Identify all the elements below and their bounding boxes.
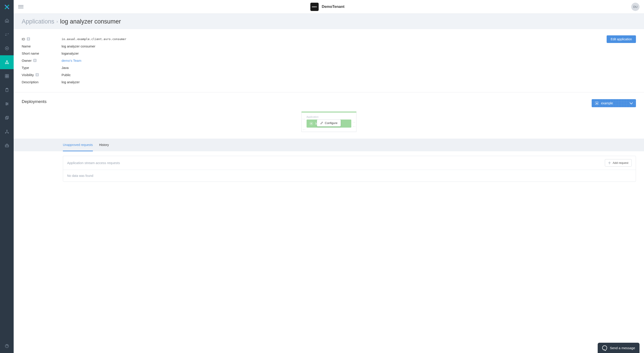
sidebar-item-clipboard[interactable] (0, 83, 14, 97)
arrow-icon: ←·· (302, 128, 306, 131)
value-visibility: Public (62, 73, 71, 77)
sidebar-item-dashboard[interactable] (0, 69, 14, 83)
value-id: io.axual.example.client.avro.consumer (62, 38, 126, 41)
tab-unapproved-requests[interactable]: Unapproved requests (63, 138, 93, 151)
info-icon[interactable] (33, 59, 36, 62)
arrow-icon: ←·· (352, 125, 355, 128)
tabs: Unapproved requests History (63, 138, 636, 151)
sidebar-help[interactable] (0, 339, 14, 353)
topbar: DEMO DemoTenant DU (14, 0, 644, 14)
svg-point-3 (5, 63, 6, 64)
tenant-name: DemoTenant (322, 4, 344, 9)
environment-selected: example (601, 102, 613, 105)
arrow-icon: ··→ (352, 121, 355, 123)
svg-point-21 (310, 123, 312, 124)
environment-icon (595, 102, 598, 105)
menu-toggle-icon[interactable] (18, 4, 24, 10)
svg-point-18 (8, 132, 8, 133)
sidebar-item-settings[interactable] (0, 97, 14, 111)
chevron-down-icon (630, 101, 633, 104)
svg-point-11 (6, 102, 6, 103)
edit-application-button[interactable]: Edit application (607, 35, 636, 43)
value-name: log analyzer consumer (62, 44, 95, 48)
configure-button[interactable]: Configure (317, 120, 341, 126)
plus-icon (608, 162, 611, 164)
sidebar-item-toolbox[interactable] (0, 138, 14, 152)
svg-point-16 (6, 130, 7, 131)
requests-panel: Application stream access requests Add r… (63, 156, 636, 182)
avatar[interactable]: DU (631, 3, 640, 11)
arrow-icon: ··→ (302, 118, 306, 120)
breadcrumb-root[interactable]: Applications (22, 18, 54, 25)
info-icon[interactable] (27, 38, 30, 40)
sidebar-item-streams[interactable] (0, 28, 14, 42)
svg-point-12 (7, 104, 8, 104)
svg-point-17 (5, 132, 6, 133)
chat-label: Send a message (610, 346, 635, 350)
add-request-label: Add request (613, 161, 628, 164)
no-data-message: No data was found (63, 170, 636, 182)
add-request-button[interactable]: Add request (605, 159, 632, 166)
value-type: Java (62, 66, 69, 70)
svg-rect-14 (5, 117, 8, 119)
chat-widget[interactable]: Send a message (598, 343, 640, 353)
label-type: Type (22, 66, 62, 70)
label-id: ID (22, 37, 25, 41)
info-icon[interactable] (36, 73, 39, 76)
chat-icon (602, 346, 607, 350)
deployments-title: Deployments (22, 99, 46, 104)
deployment-card: ··→ ··→ ←·· ←·· Application loganalyzer … (302, 112, 356, 132)
tab-history[interactable]: History (99, 138, 109, 151)
label-owner: Owner (22, 59, 32, 62)
sidebar-item-applications[interactable] (0, 55, 14, 69)
pencil-icon (320, 122, 323, 124)
value-description: log analyzer (62, 80, 80, 84)
svg-rect-6 (7, 74, 8, 76)
label-description: Description (22, 80, 62, 84)
breadcrumb: Applications › log analyzer consumer (22, 18, 636, 25)
value-owner[interactable]: demo's Team (62, 59, 81, 62)
sidebar-item-copy[interactable] (0, 111, 14, 125)
tenant-logo: DEMO (310, 3, 319, 11)
app-logo[interactable] (0, 0, 14, 14)
configure-label: Configure (325, 121, 338, 125)
breadcrumb-current: log analyzer consumer (60, 18, 121, 25)
requests-title: Application stream access requests (67, 161, 120, 165)
value-short-name: loganalyzer (62, 52, 79, 55)
label-visibility: Visibility (22, 73, 34, 77)
sidebar-item-distribute[interactable] (0, 125, 14, 138)
gear-icon (309, 122, 313, 126)
svg-rect-8 (7, 76, 8, 78)
environment-select[interactable]: example (592, 99, 636, 107)
label-name: Name (22, 44, 62, 48)
svg-point-1 (6, 48, 8, 49)
application-details: ID io.axual.example.client.avro.consumer… (22, 35, 607, 86)
breadcrumb-separator: › (56, 19, 58, 24)
svg-point-4 (8, 63, 8, 64)
card-label: Application (306, 116, 351, 118)
breadcrumb-bar: Applications › log analyzer consumer (14, 14, 644, 29)
sidebar (0, 0, 14, 353)
sidebar-item-home[interactable] (0, 14, 14, 28)
svg-rect-5 (5, 74, 7, 76)
svg-rect-15 (6, 116, 8, 118)
svg-point-13 (6, 104, 6, 105)
label-short-name: Short name (22, 52, 62, 55)
sidebar-item-record[interactable] (0, 42, 14, 55)
svg-rect-7 (5, 76, 7, 78)
